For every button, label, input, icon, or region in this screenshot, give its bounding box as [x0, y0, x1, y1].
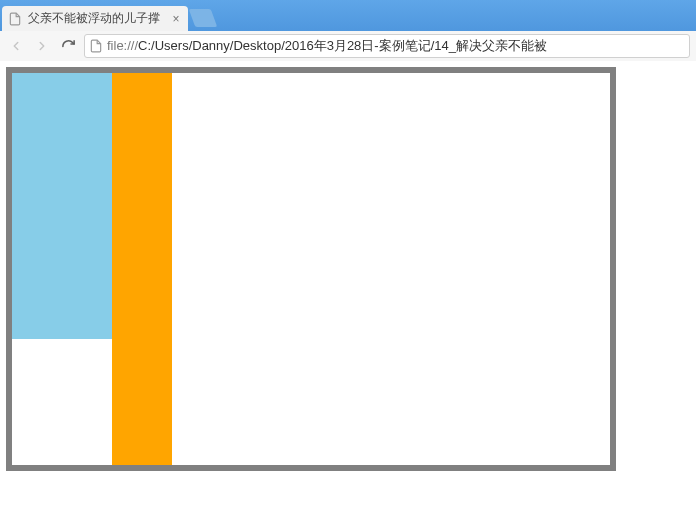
tab-strip: 父亲不能被浮动的儿子撑 × [0, 0, 696, 31]
new-tab-button[interactable] [189, 9, 218, 27]
file-icon [8, 12, 22, 26]
forward-button[interactable] [32, 36, 52, 56]
url-scheme: file:/// [107, 38, 138, 53]
float-box-orange [112, 73, 172, 465]
address-url: file:///C:/Users/Danny/Desktop/2016年3月28… [107, 37, 685, 55]
url-path: C:/Users/Danny/Desktop/2016年3月28日-案例笔记/1… [138, 38, 547, 53]
close-icon[interactable]: × [170, 13, 182, 25]
address-bar[interactable]: file:///C:/Users/Danny/Desktop/2016年3月28… [84, 34, 690, 58]
back-button[interactable] [6, 36, 26, 56]
float-box-blue [12, 73, 112, 339]
toolbar: file:///C:/Users/Danny/Desktop/2016年3月28… [0, 31, 696, 62]
tab-title: 父亲不能被浮动的儿子撑 [28, 10, 170, 27]
reload-button[interactable] [58, 36, 78, 56]
demo-inner [12, 73, 610, 465]
file-icon [89, 39, 103, 53]
demo-container [6, 67, 616, 471]
browser-tab[interactable]: 父亲不能被浮动的儿子撑 × [2, 6, 188, 31]
page-viewport [0, 61, 696, 512]
